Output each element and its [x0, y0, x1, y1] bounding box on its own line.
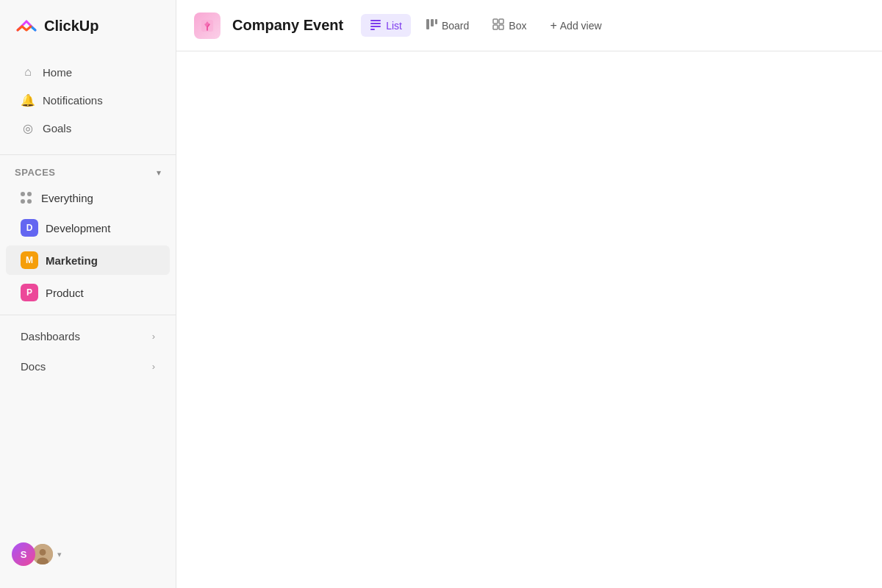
sidebar-item-marketing[interactable]: M Marketing [6, 245, 170, 275]
marketing-avatar: M [21, 251, 38, 269]
sidebar-item-home[interactable]: ⌂ Home [6, 59, 170, 85]
sidebar-item-everything[interactable]: Everything [6, 185, 170, 210]
top-bar: Company Event List B [176, 0, 882, 51]
list-icon [370, 18, 381, 32]
box-tab-icon-svg [492, 18, 504, 30]
svg-rect-14 [499, 25, 503, 29]
target-icon: ◎ [21, 121, 35, 135]
home-icon: ⌂ [21, 65, 35, 79]
board-tab-icon-svg [426, 18, 437, 30]
project-title: Company Event [232, 17, 343, 34]
box-tab-label: Box [509, 20, 526, 32]
svg-rect-6 [370, 26, 381, 27]
sidebar-divider-2 [0, 315, 176, 315]
sidebar-item-docs[interactable]: Docs › [6, 353, 170, 380]
docs-label: Docs [21, 360, 152, 373]
spaces-chevron-icon: ▾ [157, 168, 161, 178]
product-avatar: P [21, 284, 38, 301]
svg-rect-9 [431, 19, 434, 26]
nav-section: ⌂ Home 🔔 Notifications ◎ Goals [0, 51, 176, 148]
notifications-label: Notifications [43, 94, 103, 107]
everything-label: Everything [41, 192, 93, 204]
user-menu-chevron-icon: ▾ [57, 550, 62, 559]
spaces-label: Spaces [15, 167, 56, 178]
main-content: Company Event List B [176, 0, 882, 588]
add-view-label: Add view [560, 20, 602, 32]
board-tab-label: Board [442, 20, 469, 32]
dashboards-chevron-icon: › [152, 331, 155, 342]
project-icon [194, 12, 220, 39]
add-view-button[interactable]: + Add view [541, 15, 610, 37]
main-area [176, 51, 882, 588]
sidebar-item-development[interactable]: D Development [6, 213, 170, 243]
svg-rect-12 [499, 19, 503, 24]
board-icon [426, 18, 437, 32]
app-name: ClickUp [44, 18, 98, 35]
sidebar: ClickUp ⌂ Home 🔔 Notifications ◎ Goals S… [0, 0, 176, 588]
sidebar-item-product[interactable]: P Product [6, 278, 170, 307]
bell-icon: 🔔 [21, 93, 35, 107]
svg-point-1 [40, 549, 46, 556]
box-icon [492, 18, 504, 32]
sidebar-divider-1 [0, 154, 176, 155]
spaces-header[interactable]: Spaces ▾ [0, 161, 176, 184]
marketing-label: Marketing [46, 254, 98, 267]
product-label: Product [46, 287, 84, 299]
svg-rect-7 [370, 29, 375, 30]
dashboards-label: Dashboards [21, 330, 152, 343]
development-avatar: D [21, 219, 38, 237]
clickup-logo-icon [15, 14, 38, 37]
svg-rect-13 [493, 25, 498, 29]
list-tab-label: List [386, 20, 402, 32]
development-label: Development [46, 222, 110, 234]
user-photo-svg [32, 542, 53, 566]
sidebar-footer[interactable]: S ▾ [0, 535, 176, 573]
svg-rect-4 [370, 20, 381, 21]
svg-rect-11 [493, 19, 498, 24]
svg-rect-5 [370, 23, 381, 24]
everything-dots-icon [21, 191, 34, 204]
user-avatar-s: S [12, 542, 35, 566]
tab-board[interactable]: Board [417, 14, 478, 37]
sidebar-item-goals[interactable]: ◎ Goals [6, 115, 170, 141]
tab-list[interactable]: List [361, 14, 411, 37]
svg-rect-8 [426, 19, 429, 29]
add-view-plus-icon: + [550, 19, 556, 32]
goals-label: Goals [43, 122, 71, 135]
sidebar-item-notifications[interactable]: 🔔 Notifications [6, 87, 170, 113]
company-event-icon-svg [199, 18, 215, 34]
logo-area: ClickUp [0, 0, 176, 51]
sidebar-item-dashboards[interactable]: Dashboards › [6, 323, 170, 350]
home-label: Home [43, 66, 72, 79]
list-tab-icon-svg [370, 18, 381, 30]
docs-chevron-icon: › [152, 361, 155, 372]
tab-box[interactable]: Box [484, 14, 535, 37]
svg-rect-10 [435, 19, 437, 24]
